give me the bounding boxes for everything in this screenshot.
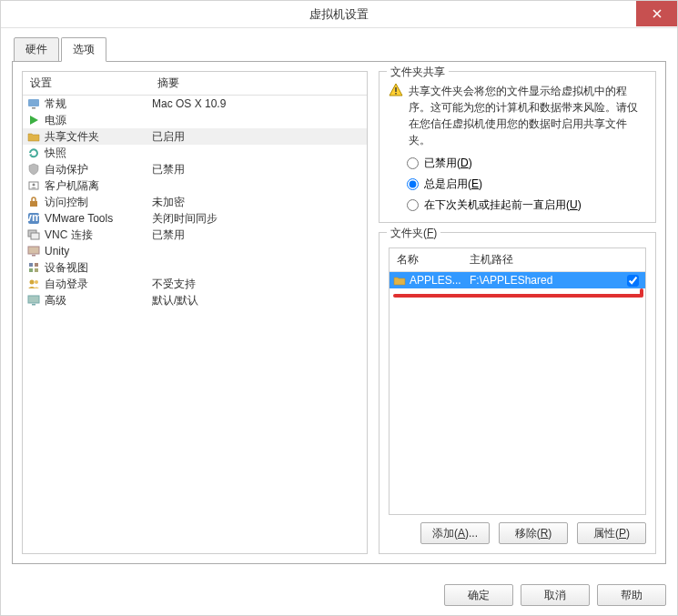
radio-until-shutdown-input[interactable] [407,199,419,211]
settings-row-summary: 未加密 [152,195,363,210]
settings-list-body: 常规Mac OS X 10.9电源共享文件夹已启用快照自动保护已禁用客户机隔离访… [23,96,367,308]
folder-enabled-checkbox[interactable] [623,275,642,287]
tab-options[interactable]: 选项 [61,37,106,62]
radio-disabled-input[interactable] [407,157,419,169]
settings-row-label: 电源 [45,113,152,128]
window-title: 虚拟机设置 [309,6,369,23]
settings-row-label: 访问控制 [45,195,152,210]
cancel-button[interactable]: 取消 [521,584,590,606]
tab-bar: 硬件 选项 [12,37,666,62]
settings-row[interactable]: vmVMware Tools关闭时间同步 [23,210,367,227]
folder-row[interactable]: APPLES...F:\APPLEShared [390,272,645,288]
user-icon [26,277,41,291]
settings-row-summary: 默认/默认 [152,293,363,308]
dev-icon [26,260,41,275]
lock-icon [26,195,41,209]
play-icon [26,113,41,127]
snap-icon [26,146,41,160]
annotation-red-underline [393,294,642,298]
radio-always[interactable]: 总是启用(E) [407,177,646,192]
settings-row-summary: 已启用 [152,129,363,145]
folder-icon [393,274,406,287]
svg-rect-12 [35,263,38,267]
svg-point-16 [35,280,38,284]
group-folder-sharing: 文件夹共享 共享文件夹会将您的文件显示给虚拟机中的程序。这可能为您的计算机和数据… [379,71,656,223]
dialog-button-row: 确定 取消 帮助 [1,575,677,615]
svg-point-3 [33,184,35,187]
help-button[interactable]: 帮助 [597,584,666,606]
guest-icon [26,178,41,193]
folder-path: F:\APPLEShared [470,274,623,287]
radio-always-label: 总是启用(E) [424,177,482,192]
radio-until-shutdown-label: 在下次关机或挂起前一直启用(U) [424,197,582,213]
svg-rect-8 [31,233,39,239]
svg-rect-17 [28,296,39,303]
column-summary[interactable]: 摘要 [150,72,367,95]
radio-disabled[interactable]: 已禁用(D) [407,156,646,171]
tab-hardware[interactable]: 硬件 [14,37,59,62]
folders-column-name[interactable]: 名称 [390,248,462,271]
remove-folder-button[interactable]: 移除(R) [499,522,568,544]
settings-row-label: 高级 [45,293,152,308]
settings-row[interactable]: 自动保护已禁用 [23,161,367,177]
adv-icon [26,293,41,308]
settings-row-label: 设备视图 [45,260,152,276]
folder-properties-button[interactable]: 属性(P) [577,522,646,544]
settings-row-label: 客户机隔离 [45,178,152,194]
shield-icon [26,162,41,177]
vnc-icon [26,227,41,242]
settings-row-label: 常规 [45,96,152,112]
settings-row[interactable]: 快照 [23,145,367,161]
svg-rect-20 [395,93,396,95]
settings-row-label: VNC 连接 [45,227,152,243]
settings-row-summary: Mac OS X 10.9 [152,97,363,110]
svg-rect-19 [395,87,396,92]
folders-rows: APPLES...F:\APPLEShared [390,272,645,288]
client-area: 硬件 选项 设置 摘要 常规Mac OS X 10.9电源共享文件夹已启用快照自… [1,28,677,575]
svg-rect-11 [29,263,33,267]
svg-rect-4 [30,201,37,207]
column-setting[interactable]: 设置 [23,72,150,95]
group-folders: 文件夹(F) 名称 主机路径 APPLES...F:\APPLEShared 添… [379,232,656,554]
settings-row-label: 快照 [45,146,152,161]
settings-row-summary: 已禁用 [152,162,363,177]
folders-column-path[interactable]: 主机路径 [462,248,618,271]
folders-buttons: 添加(A)... 移除(R) 属性(P) [389,522,646,544]
right-panel: 文件夹共享 共享文件夹会将您的文件显示给虚拟机中的程序。这可能为您的计算机和数据… [379,71,656,554]
group-folder-sharing-title: 文件夹共享 [387,65,449,80]
settings-row-summary: 关闭时间同步 [152,211,363,227]
vmw-icon: vm [26,211,41,226]
settings-row[interactable]: 电源 [23,112,367,128]
add-folder-button[interactable]: 添加(A)... [420,522,490,544]
folder-icon [26,129,41,144]
unity-icon [26,244,41,258]
settings-dialog: 虚拟机设置 硬件 选项 设置 摘要 常规Mac OS X 10.9电源共享文件夹… [0,0,678,616]
settings-row-summary: 不受支持 [152,277,363,292]
settings-row[interactable]: 访问控制未加密 [23,194,367,210]
settings-row-label: 共享文件夹 [45,129,152,145]
settings-row[interactable]: 高级默认/默认 [23,292,367,308]
settings-row[interactable]: 客户机隔离 [23,177,367,194]
warning-icon [389,83,403,97]
svg-rect-1 [32,107,35,109]
svg-rect-9 [28,247,39,254]
settings-row-label: 自动保护 [45,162,152,177]
settings-row[interactable]: 自动登录不受支持 [23,276,367,292]
settings-row[interactable]: 设备视图 [23,259,367,276]
settings-row[interactable]: VNC 连接已禁用 [23,227,367,243]
settings-row-label: 自动登录 [45,277,152,292]
settings-row[interactable]: 常规Mac OS X 10.9 [23,96,367,112]
folders-column-check [618,248,645,271]
folders-list: 名称 主机路径 APPLES...F:\APPLEShared [389,247,646,515]
close-button[interactable] [636,1,677,26]
radio-until-shutdown[interactable]: 在下次关机或挂起前一直启用(U) [407,197,646,213]
warning-row: 共享文件夹会将您的文件显示给虚拟机中的程序。这可能为您的计算机和数据带来风险。请… [389,83,646,148]
settings-row[interactable]: Unity [23,243,367,259]
radio-always-input[interactable] [407,178,419,190]
share-radio-group: 已禁用(D) 总是启用(E) 在下次关机或挂起前一直启用(U) [389,156,646,213]
ok-button[interactable]: 确定 [444,584,513,606]
svg-text:vm: vm [27,212,40,224]
svg-point-15 [30,280,35,285]
warning-text: 共享文件夹会将您的文件显示给虚拟机中的程序。这可能为您的计算机和数据带来风险。请… [409,83,646,148]
settings-row[interactable]: 共享文件夹已启用 [23,128,367,145]
